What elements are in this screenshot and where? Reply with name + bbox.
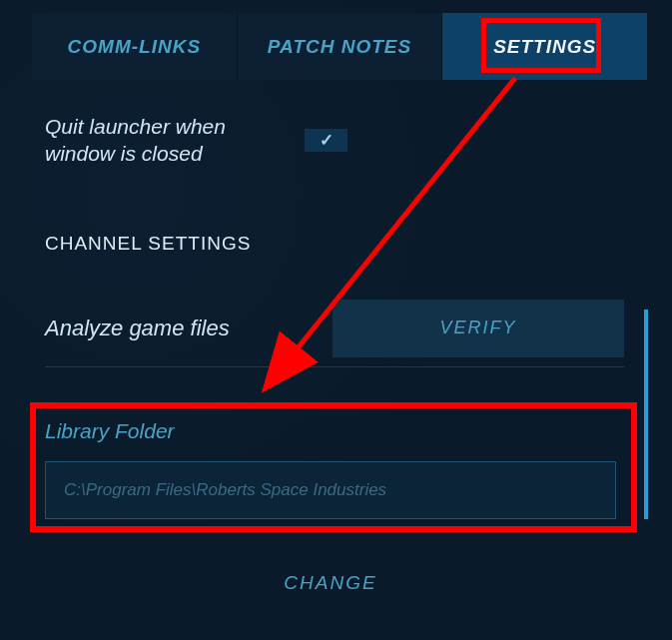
verify-button[interactable]: VERIFY (333, 300, 624, 357)
tab-label: SETTINGS (493, 36, 596, 58)
tab-patch-notes[interactable]: PATCH NOTES (238, 13, 443, 80)
quit-setting-row: Quit launcher when window is closed ✓ (45, 113, 354, 168)
tab-settings[interactable]: SETTINGS (442, 13, 647, 80)
analyze-row: Analyze game files VERIFY (45, 310, 624, 367)
quit-checkbox[interactable]: ✓ (305, 129, 347, 152)
library-folder-section: Library Folder (45, 419, 616, 519)
analyze-label: Analyze game files (45, 316, 230, 341)
tab-bar: COMM-LINKS PATCH NOTES SETTINGS (32, 13, 647, 80)
tab-label: COMM-LINKS (68, 36, 201, 58)
tab-comm-links[interactable]: COMM-LINKS (32, 13, 238, 80)
change-button-label: CHANGE (284, 572, 376, 593)
channel-settings-title: CHANNEL SETTINGS (45, 233, 251, 255)
library-path-input[interactable] (45, 461, 616, 519)
change-button[interactable]: CHANGE (45, 557, 616, 609)
quit-label: Quit launcher when window is closed (45, 113, 260, 168)
verify-button-label: VERIFY (439, 318, 516, 338)
library-folder-label: Library Folder (45, 419, 616, 443)
scrollbar-thumb[interactable] (644, 310, 648, 519)
checkmark-icon: ✓ (320, 130, 334, 151)
tab-label: PATCH NOTES (268, 36, 411, 58)
